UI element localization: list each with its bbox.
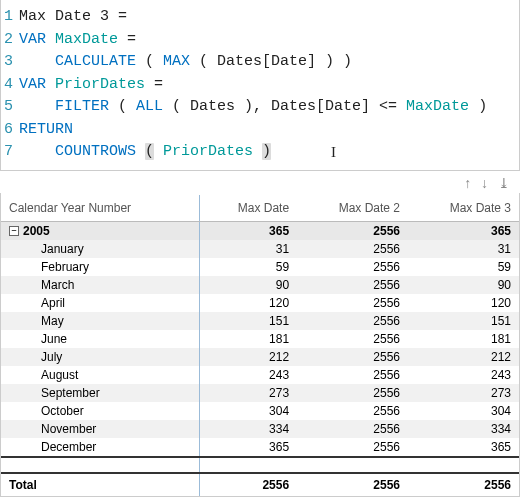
cell: 2556 [297,438,408,457]
cell: 181 [408,330,519,348]
code-line[interactable]: 2VAR MaxDate = [1,29,519,52]
cell: 2556 [297,330,408,348]
cell: 90 [408,276,519,294]
month-label: June [9,332,67,346]
year-row[interactable]: – 2005 365 2556 365 [1,221,519,240]
month-label: February [9,260,89,274]
more-rows-indicator: + [1,457,519,473]
code-content: CALCULATE ( MAX ( Dates[Date] ) ) [19,51,352,74]
header-row: Calendar Year Number Max Date Max Date 2… [1,195,519,222]
code-line[interactable]: 5 FILTER ( ALL ( Dates ), Dates[Date] <=… [1,96,519,119]
code-content: COUNTROWS ( PriorDates ) [19,141,271,164]
cell: 365 [200,221,297,240]
cell: 2556 [408,473,519,496]
table-row[interactable]: August2432556243 [1,366,519,384]
nav-up-icon[interactable]: ↑ [464,175,471,191]
cell: 365 [408,221,519,240]
line-number: 5 [1,96,19,119]
month-label: August [9,368,78,382]
table-row[interactable]: October3042556304 [1,402,519,420]
cell: 334 [408,420,519,438]
code-line[interactable]: 4VAR PriorDates = [1,74,519,97]
cell: 31 [408,240,519,258]
cell: 2556 [297,384,408,402]
table-row[interactable]: April1202556120 [1,294,519,312]
month-label: December [9,440,96,454]
cell: 2556 [297,473,408,496]
nav-toolbar: ↑ ↓ ⤓ [0,171,520,193]
month-label: January [9,242,84,256]
code-line[interactable]: 1Max Date 3 = [1,6,519,29]
code-content: VAR MaxDate = [19,29,136,52]
cell: 59 [408,258,519,276]
cell: 273 [408,384,519,402]
text-cursor: I [331,141,336,164]
cell: 2556 [200,473,297,496]
code-line[interactable]: 7 COUNTROWS ( PriorDates ) [1,141,519,164]
table-row[interactable]: June1812556181 [1,330,519,348]
month-label: March [9,278,74,292]
cell: 120 [408,294,519,312]
cell: 120 [200,294,297,312]
month-label: November [9,422,96,436]
cell: 2556 [297,366,408,384]
cell: 2556 [297,294,408,312]
col-header-maxdate2[interactable]: Max Date 2 [297,195,408,222]
table-row[interactable]: March90255690 [1,276,519,294]
cell: 304 [408,402,519,420]
month-label: July [9,350,62,364]
table-row[interactable]: November3342556334 [1,420,519,438]
line-number: 6 [1,119,19,142]
col-header-year[interactable]: Calendar Year Number [1,195,200,222]
table-row[interactable]: February59255659 [1,258,519,276]
cell: 212 [200,348,297,366]
cell: 151 [200,312,297,330]
cell: 59 [200,258,297,276]
cell: 243 [200,366,297,384]
total-row: Total 2556 2556 2556 [1,473,519,496]
month-label: April [9,296,65,310]
month-label: October [9,404,84,418]
total-label: Total [1,473,200,496]
code-content: VAR PriorDates = [19,74,163,97]
collapse-icon[interactable]: – [9,226,19,236]
cell: 243 [408,366,519,384]
nav-last-icon[interactable]: ⤓ [498,175,510,191]
line-number: 2 [1,29,19,52]
cell: 2556 [297,258,408,276]
code-line[interactable]: 3 CALCULATE ( MAX ( Dates[Date] ) ) [1,51,519,74]
table-row[interactable]: July2122556212 [1,348,519,366]
matrix-visual[interactable]: Calendar Year Number Max Date Max Date 2… [0,193,520,497]
code-content: Max Date 3 = [19,6,127,29]
cell: 90 [200,276,297,294]
table-row[interactable]: December3652556365 [1,438,519,457]
month-label: September [9,386,100,400]
formula-editor[interactable]: 1Max Date 3 =2VAR MaxDate =3 CALCULATE (… [0,0,520,171]
cell: 2556 [297,348,408,366]
col-header-maxdate[interactable]: Max Date [200,195,297,222]
cell: 212 [408,348,519,366]
col-header-maxdate3[interactable]: Max Date 3 [408,195,519,222]
cell: 2556 [297,402,408,420]
line-number: 1 [1,6,19,29]
cell: 151 [408,312,519,330]
cell: 31 [200,240,297,258]
cell: 2556 [297,276,408,294]
line-number: 3 [1,51,19,74]
nav-down-icon[interactable]: ↓ [481,175,488,191]
cell: 365 [200,438,297,457]
table-row[interactable]: May1512556151 [1,312,519,330]
cell: 334 [200,420,297,438]
code-line[interactable]: 6RETURN [1,119,519,142]
table-row[interactable]: September2732556273 [1,384,519,402]
cell: 365 [408,438,519,457]
table-row[interactable]: January31255631 [1,240,519,258]
code-content: RETURN [19,119,73,142]
cell: 2556 [297,420,408,438]
year-label: 2005 [23,224,50,238]
data-table: Calendar Year Number Max Date Max Date 2… [1,195,519,496]
code-content: FILTER ( ALL ( Dates ), Dates[Date] <= M… [19,96,487,119]
cell: 273 [200,384,297,402]
month-label: May [9,314,64,328]
cell: 2556 [297,312,408,330]
